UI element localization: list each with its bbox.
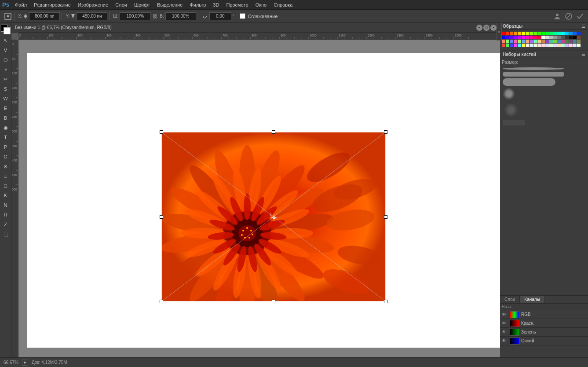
handle-bottom-center[interactable] xyxy=(272,300,275,303)
tool-btn-5[interactable]: S xyxy=(1,84,11,94)
swatch[interactable] xyxy=(526,40,529,43)
swatch[interactable] xyxy=(545,44,549,47)
antialiasing-checkbox[interactable] xyxy=(240,13,245,19)
swatch[interactable] xyxy=(506,40,509,43)
tool-btn-16[interactable]: K xyxy=(1,191,11,200)
handle-bottom-left[interactable] xyxy=(160,300,163,303)
swatch[interactable] xyxy=(565,36,569,39)
menu-item-фильтр[interactable]: Фильтр xyxy=(186,1,209,8)
handle-top-left[interactable] xyxy=(160,130,163,134)
swatch[interactable] xyxy=(561,32,565,35)
swatch[interactable] xyxy=(569,36,573,39)
menu-item-слои[interactable]: Слои xyxy=(112,1,131,8)
swatch[interactable] xyxy=(518,36,521,39)
tool-btn-18[interactable]: H xyxy=(1,210,11,220)
swatch[interactable] xyxy=(502,44,505,47)
tab-channels[interactable]: Каналы xyxy=(520,296,545,303)
x-input[interactable] xyxy=(29,12,60,20)
tool-btn-2[interactable]: ⬡ xyxy=(1,55,11,65)
tool-btn-12[interactable]: G xyxy=(1,152,11,161)
swatch[interactable] xyxy=(541,36,545,39)
menu-item-редактирование[interactable]: Редактирование xyxy=(30,1,74,8)
swatch[interactable] xyxy=(569,40,573,43)
handle-mid-right[interactable] xyxy=(384,215,387,219)
maximize-button[interactable]: □ xyxy=(483,25,489,31)
swatch[interactable] xyxy=(557,36,561,39)
swatch[interactable] xyxy=(545,40,549,43)
swatch[interactable] xyxy=(533,44,537,47)
swatch[interactable] xyxy=(557,32,561,35)
handle-top-center[interactable] xyxy=(272,130,275,134)
image-layer[interactable] xyxy=(161,132,386,301)
tool-btn-14[interactable]: □ xyxy=(1,171,11,181)
swatch[interactable] xyxy=(510,40,513,43)
tool-btn-20[interactable]: ⬚ xyxy=(1,229,11,239)
tool-btn-9[interactable]: ◉ xyxy=(1,123,11,132)
swatch[interactable] xyxy=(514,44,517,47)
link-icon[interactable]: ⛓ xyxy=(152,14,158,19)
swatch[interactable] xyxy=(573,32,577,35)
channel-row-зелень[interactable]: 👁 Зелень xyxy=(500,328,588,337)
cancel-transform-icon[interactable] xyxy=(564,12,573,21)
swatch[interactable] xyxy=(514,36,517,39)
menu-item-просмотр[interactable]: Просмотр xyxy=(223,1,252,8)
menu-item-файл[interactable]: Файл xyxy=(11,1,30,8)
menu-item-окно[interactable]: Окно xyxy=(252,1,270,8)
swatch[interactable] xyxy=(530,32,533,35)
swatch[interactable] xyxy=(533,36,537,39)
visibility-icon-0[interactable]: 👁 xyxy=(502,312,508,317)
tool-btn-1[interactable]: V xyxy=(1,45,11,55)
tool-btn-11[interactable]: P xyxy=(1,142,11,152)
background-color[interactable] xyxy=(4,27,11,34)
swatch[interactable] xyxy=(518,44,521,47)
swatch[interactable] xyxy=(530,40,533,43)
status-info-icon[interactable]: ▶ xyxy=(22,360,28,366)
handle-top-right[interactable] xyxy=(384,130,387,134)
swatch[interactable] xyxy=(526,32,529,35)
swatch[interactable] xyxy=(518,32,521,35)
tool-btn-15[interactable]: ◻ xyxy=(1,181,11,191)
swatch[interactable] xyxy=(502,40,505,43)
swatch[interactable] xyxy=(565,32,569,35)
tool-btn-19[interactable]: Z xyxy=(1,220,11,229)
person-icon[interactable] xyxy=(553,12,562,21)
swatch[interactable] xyxy=(549,44,553,47)
tool-btn-6[interactable]: W xyxy=(1,94,11,103)
handle-mid-left[interactable] xyxy=(160,215,163,219)
brush-sets-menu-btn[interactable]: ☰ xyxy=(581,52,585,57)
swatch[interactable] xyxy=(537,36,541,39)
swatch[interactable] xyxy=(506,32,509,35)
swatch[interactable] xyxy=(573,44,577,47)
brush-item-3[interactable] xyxy=(502,77,586,87)
swatch[interactable] xyxy=(561,36,565,39)
swatch[interactable] xyxy=(549,32,553,35)
swatch[interactable] xyxy=(577,32,581,35)
tool-btn-13[interactable]: ⊙ xyxy=(1,161,11,171)
swatch[interactable] xyxy=(565,40,569,43)
swatch[interactable] xyxy=(577,40,581,43)
panel-collapse-button[interactable]: » xyxy=(497,23,502,40)
minimize-button[interactable]: − xyxy=(476,25,482,31)
swatch[interactable] xyxy=(569,32,573,35)
swatch[interactable] xyxy=(577,36,581,39)
swatch[interactable] xyxy=(526,44,529,47)
swatch[interactable] xyxy=(553,32,557,35)
brush-item-5[interactable] xyxy=(502,101,586,119)
color-swatches[interactable] xyxy=(1,25,11,34)
swatch[interactable] xyxy=(541,40,545,43)
swatch[interactable] xyxy=(522,32,525,35)
swatch[interactable] xyxy=(518,40,521,43)
menu-item-выделение[interactable]: Выделение xyxy=(153,1,186,8)
menu-item-шрифт[interactable]: Шрифт xyxy=(131,1,153,8)
swatch[interactable] xyxy=(506,36,509,39)
swatch[interactable] xyxy=(530,44,533,47)
swatch[interactable] xyxy=(510,36,513,39)
w-input[interactable] xyxy=(120,12,150,20)
swatch[interactable] xyxy=(577,44,581,47)
swatch[interactable] xyxy=(569,44,573,47)
tool-btn-4[interactable]: ✂ xyxy=(1,74,11,84)
transform-reference-icon[interactable] xyxy=(4,12,12,21)
tool-btn-3[interactable]: ⌖ xyxy=(1,65,11,74)
tool-btn-7[interactable]: E xyxy=(1,103,11,113)
brush-item-6[interactable] xyxy=(502,119,586,126)
